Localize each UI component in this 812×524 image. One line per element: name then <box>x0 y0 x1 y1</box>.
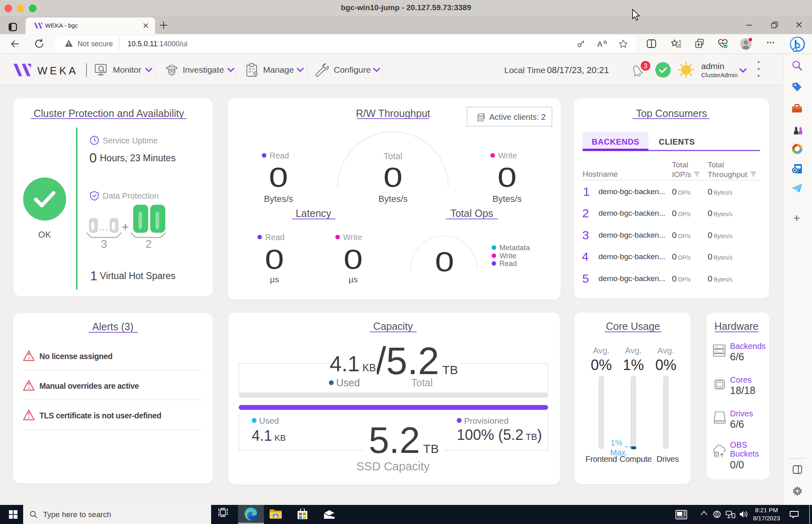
svg-text:A: A <box>597 40 603 48</box>
svg-text:3: 3 <box>644 63 648 69</box>
